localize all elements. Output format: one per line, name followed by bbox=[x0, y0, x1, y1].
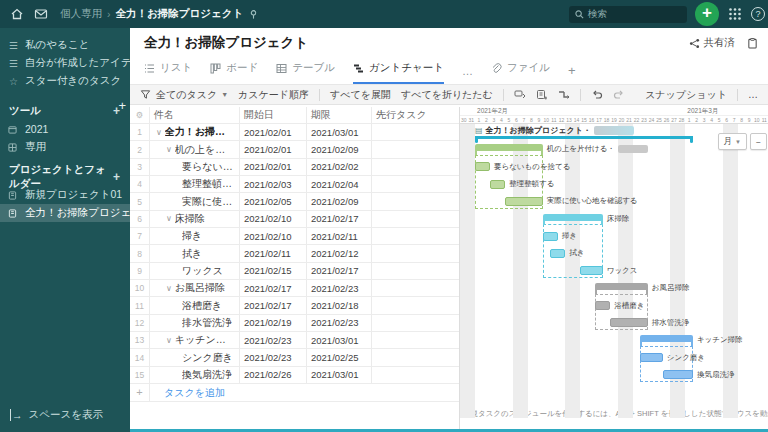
task-name-cell[interactable]: ∨床掃除 bbox=[150, 211, 240, 227]
add-task-link[interactable]: タスクを追加 bbox=[150, 384, 460, 401]
predecessor-cell[interactable] bbox=[372, 124, 460, 140]
table-row[interactable]: 13∨キッチン掃除2021/02/232021/03/01 bbox=[130, 332, 459, 349]
start-date-cell[interactable]: 2021/02/23 bbox=[240, 332, 307, 348]
cascade-order-button[interactable]: カスケード順序 bbox=[238, 88, 309, 102]
column-header-name[interactable]: 件名 bbox=[150, 107, 240, 123]
task-name-cell[interactable]: 実際に使い心地... bbox=[150, 193, 240, 209]
due-date-cell[interactable]: 2021/02/09 bbox=[307, 193, 372, 209]
start-date-cell[interactable]: 2021/02/01 bbox=[240, 159, 307, 175]
sidebar-item-starred-tasks[interactable]: ☆ スター付きのタスク bbox=[0, 72, 130, 90]
task-name-cell[interactable]: ワックス bbox=[150, 263, 240, 279]
collapse-arrow-icon[interactable]: ∨ bbox=[156, 128, 162, 137]
show-spaces-button[interactable]: → スペースを表示 bbox=[10, 408, 103, 422]
start-date-cell[interactable]: 2021/02/23 bbox=[240, 349, 307, 365]
summary-bar[interactable] bbox=[475, 144, 543, 151]
clipboard-icon[interactable] bbox=[747, 38, 758, 49]
sidebar-item-2021[interactable]: 2021 bbox=[0, 120, 130, 138]
predecessor-cell[interactable] bbox=[372, 159, 460, 175]
column-header-start[interactable]: 開始日 bbox=[240, 107, 307, 123]
task-bar[interactable] bbox=[610, 318, 648, 327]
table-row[interactable]: 8拭き2021/02/112021/02/12 bbox=[130, 245, 459, 262]
predecessor-cell[interactable] bbox=[372, 280, 460, 296]
start-date-cell[interactable]: 2021/02/15 bbox=[240, 263, 307, 279]
due-date-cell[interactable]: 2021/02/17 bbox=[307, 263, 372, 279]
table-settings-gear-icon[interactable]: ⚙ bbox=[130, 107, 150, 123]
due-date-cell[interactable]: 2021/02/04 bbox=[307, 176, 372, 192]
predecessor-cell[interactable] bbox=[372, 245, 460, 261]
predecessor-cell[interactable] bbox=[372, 263, 460, 279]
table-row[interactable]: 3要らないものを...2021/02/012021/02/02 bbox=[130, 159, 459, 176]
table-row[interactable]: 4整理整頓する2021/02/032021/02/04 bbox=[130, 176, 459, 193]
project-summary-bar[interactable] bbox=[475, 136, 693, 139]
task-name-cell[interactable]: 排水管洗浄 bbox=[150, 315, 240, 331]
start-date-cell[interactable]: 2021/02/01 bbox=[240, 141, 307, 157]
task-filter-dropdown[interactable]: 全てのタスク ▼ bbox=[140, 88, 228, 102]
task-name-cell[interactable]: ∨全力！お掃除プロジェ... bbox=[150, 124, 240, 140]
tab-files[interactable]: ファイル bbox=[491, 61, 550, 84]
due-date-cell[interactable]: 2021/03/01 bbox=[307, 124, 372, 140]
layout-icon[interactable] bbox=[514, 89, 526, 101]
add-view-button[interactable]: + bbox=[568, 63, 576, 84]
task-name-cell[interactable]: シンク磨き bbox=[150, 349, 240, 365]
table-row[interactable]: 10∨お風呂掃除2021/02/172021/02/23 bbox=[130, 280, 459, 297]
task-name-cell[interactable]: 拭き bbox=[150, 245, 240, 261]
start-date-cell[interactable]: 2021/02/17 bbox=[240, 280, 307, 296]
add-project-button[interactable]: + bbox=[113, 170, 120, 184]
breadcrumb-workspace[interactable]: 個人専用 bbox=[60, 7, 102, 21]
task-bar[interactable] bbox=[580, 266, 603, 275]
due-date-cell[interactable]: 2021/02/25 bbox=[307, 349, 372, 365]
tab-table[interactable]: テーブル bbox=[276, 61, 335, 84]
tab-board[interactable]: ボード bbox=[210, 61, 258, 84]
sidebar-item-senyou[interactable]: 専用 bbox=[0, 138, 130, 156]
apps-grid-icon[interactable] bbox=[728, 7, 742, 21]
column-header-due[interactable]: 期限 bbox=[307, 107, 372, 123]
due-date-cell[interactable]: 2021/02/17 bbox=[307, 211, 372, 227]
help-icon[interactable]: ? bbox=[751, 7, 765, 21]
predecessor-cell[interactable] bbox=[372, 141, 460, 157]
baseline-icon[interactable] bbox=[536, 89, 548, 101]
predecessor-cell[interactable] bbox=[372, 228, 460, 244]
predecessor-cell[interactable] bbox=[372, 367, 460, 383]
table-row[interactable]: 6∨床掃除2021/02/102021/02/17 bbox=[130, 211, 459, 228]
summary-bar[interactable] bbox=[640, 335, 693, 342]
breadcrumb-project[interactable]: 全力！お掃除プロジェクト bbox=[116, 7, 244, 21]
task-bar[interactable] bbox=[640, 353, 663, 362]
scale-dropdown[interactable]: 月 ▼ bbox=[718, 133, 747, 150]
start-date-cell[interactable]: 2021/02/11 bbox=[240, 245, 307, 261]
collapse-arrow-icon[interactable]: ∨ bbox=[166, 214, 172, 223]
task-bar[interactable] bbox=[543, 232, 558, 241]
global-add-button[interactable]: + bbox=[695, 2, 719, 26]
predecessor-cell[interactable] bbox=[372, 315, 460, 331]
task-name-cell[interactable]: 要らないものを... bbox=[150, 159, 240, 175]
task-name-cell[interactable]: ∨机の上を片付ける bbox=[150, 141, 240, 157]
predecessor-cell[interactable] bbox=[372, 193, 460, 209]
collapse-arrow-icon[interactable]: ∨ bbox=[166, 145, 172, 154]
task-bar[interactable] bbox=[475, 162, 490, 171]
collapse-all-button[interactable]: すべてを折りたたむ bbox=[401, 88, 493, 102]
snapshot-button[interactable]: スナップショット bbox=[645, 88, 727, 102]
collapse-arrow-icon[interactable]: ∨ bbox=[166, 336, 172, 345]
due-date-cell[interactable]: 2021/02/12 bbox=[307, 245, 372, 261]
table-row[interactable]: 7掃き2021/02/102021/02/11 bbox=[130, 228, 459, 245]
due-date-cell[interactable]: 2021/02/02 bbox=[307, 159, 372, 175]
expand-all-button[interactable]: すべてを展開 bbox=[330, 88, 391, 102]
start-date-cell[interactable]: 2021/02/01 bbox=[240, 124, 307, 140]
sidebar-edge-add-button[interactable]: + bbox=[118, 98, 126, 113]
table-row[interactable]: 9ワックス2021/02/152021/02/17 bbox=[130, 263, 459, 280]
due-date-cell[interactable]: 2021/03/01 bbox=[307, 332, 372, 348]
table-row[interactable]: 2∨机の上を片付ける2021/02/012021/02/09 bbox=[130, 141, 459, 158]
undo-icon[interactable] bbox=[591, 89, 603, 101]
start-date-cell[interactable]: 2021/02/10 bbox=[240, 211, 307, 227]
task-bar[interactable] bbox=[595, 301, 610, 310]
start-date-cell[interactable]: 2021/02/03 bbox=[240, 176, 307, 192]
tab-more-icon[interactable]: … bbox=[462, 65, 473, 84]
task-name-cell[interactable]: ∨キッチン掃除 bbox=[150, 332, 240, 348]
search-input[interactable]: 検索 bbox=[569, 6, 687, 23]
due-date-cell[interactable]: 2021/02/09 bbox=[307, 141, 372, 157]
table-row[interactable]: 1∨全力！お掃除プロジェ...2021/02/012021/03/01 bbox=[130, 124, 459, 141]
toolbar-more-button[interactable]: … bbox=[748, 89, 758, 100]
task-bar[interactable] bbox=[490, 180, 505, 189]
start-date-cell[interactable]: 2021/02/17 bbox=[240, 297, 307, 313]
mail-icon[interactable] bbox=[34, 7, 48, 21]
table-row[interactable]: 15換気扇洗浄2021/02/262021/03/01 bbox=[130, 367, 459, 384]
